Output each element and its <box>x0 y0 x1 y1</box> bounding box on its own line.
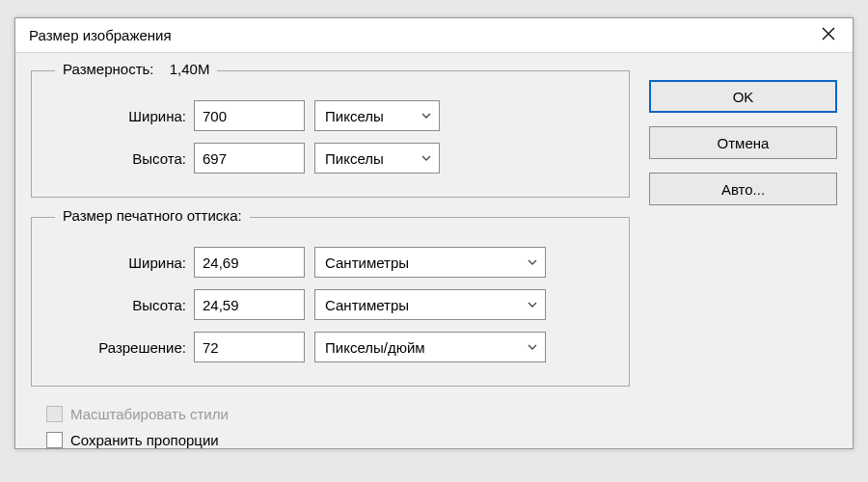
print-height-units-select[interactable]: Сантиметры <box>314 289 546 320</box>
document-size-group: Размер печатного оттиска: Ширина: Сантим… <box>31 217 630 387</box>
right-column: OK Отмена Авто... <box>649 70 837 448</box>
auto-button[interactable]: Авто... <box>649 173 837 205</box>
legend-label: Размерность: <box>63 61 154 77</box>
print-width-input[interactable] <box>194 247 305 278</box>
document-size-legend: Размер печатного оттиска: <box>55 207 250 224</box>
width-label: Ширина: <box>49 108 194 124</box>
pixel-dimensions-legend: Размерность: 1,40M <box>55 61 217 77</box>
print-width-label: Ширина: <box>49 254 194 271</box>
scale-styles-label: Масштабировать стили <box>70 406 229 422</box>
scale-styles-checkbox <box>46 406 63 422</box>
width-row: Ширина: Пикселы <box>49 100 611 131</box>
print-width-row: Ширина: Сантиметры <box>49 247 611 278</box>
chevron-down-icon <box>421 111 431 120</box>
close-icon <box>822 27 835 43</box>
height-input[interactable] <box>194 143 305 174</box>
ok-button[interactable]: OK <box>649 80 837 113</box>
left-column: Размерность: 1,40M Ширина: Пикселы Высот… <box>31 70 630 448</box>
height-label: Высота: <box>49 150 194 167</box>
dialog-body: Размерность: 1,40M Ширина: Пикселы Высот… <box>15 53 853 448</box>
resolution-row: Разрешение: Пикселы/дюйм <box>49 332 611 362</box>
resolution-label: Разрешение: <box>49 339 194 356</box>
width-units-value: Пикселы <box>325 108 384 124</box>
file-size-value: 1,40M <box>170 61 210 77</box>
chevron-down-icon <box>528 342 537 352</box>
checkboxes: Масштабировать стили Сохранить пропорции <box>31 406 630 448</box>
width-units-select[interactable]: Пикселы <box>314 100 440 131</box>
print-height-units-value: Сантиметры <box>325 297 409 313</box>
dialog-title: Размер изображения <box>29 27 172 43</box>
print-height-row: Высота: Сантиметры <box>49 289 611 320</box>
chevron-down-icon <box>421 153 431 163</box>
titlebar: Размер изображения <box>15 18 853 53</box>
cancel-button[interactable]: Отмена <box>649 126 837 159</box>
print-height-label: Высота: <box>49 297 194 313</box>
image-size-dialog: Размер изображения Размерность: 1,40M Ши… <box>14 17 854 449</box>
constrain-checkbox[interactable] <box>46 432 63 448</box>
close-button[interactable] <box>804 18 853 53</box>
pixel-dimensions-group: Размерность: 1,40M Ширина: Пикселы Высот… <box>31 70 630 198</box>
resolution-input[interactable] <box>194 332 305 362</box>
scale-styles-row: Масштабировать стили <box>46 406 630 422</box>
height-units-value: Пикселы <box>325 150 384 167</box>
print-width-units-select[interactable]: Сантиметры <box>314 247 546 278</box>
constrain-row: Сохранить пропорции <box>46 432 630 448</box>
constrain-label: Сохранить пропорции <box>70 432 219 448</box>
width-input[interactable] <box>194 100 305 131</box>
chevron-down-icon <box>528 300 537 309</box>
height-units-select[interactable]: Пикселы <box>314 143 440 174</box>
resolution-units-value: Пикселы/дюйм <box>325 339 425 356</box>
print-width-units-value: Сантиметры <box>325 254 409 271</box>
resolution-units-select[interactable]: Пикселы/дюйм <box>314 332 546 362</box>
chevron-down-icon <box>528 257 537 267</box>
height-row: Высота: Пикселы <box>49 143 611 174</box>
print-height-input[interactable] <box>194 289 305 320</box>
